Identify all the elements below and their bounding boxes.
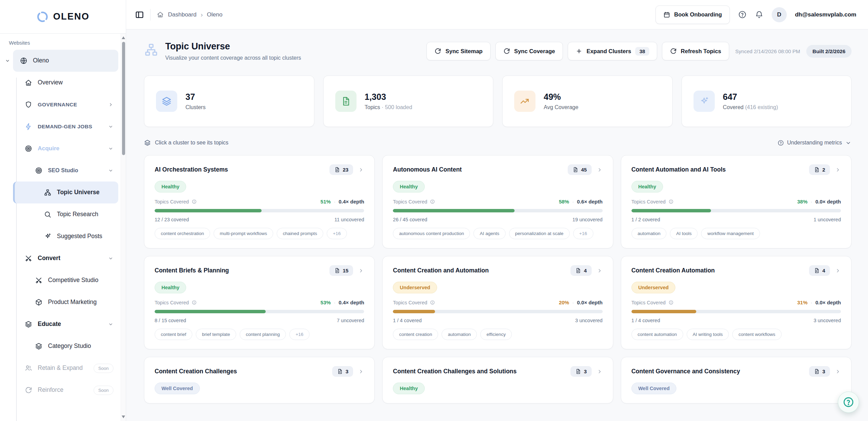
chevron-down-icon	[108, 146, 113, 151]
coverage-percent: 38%	[797, 199, 808, 204]
sidebar-item-overview[interactable]: Overview	[13, 72, 118, 94]
sidebar-item-governance[interactable]: GOVERNANCE	[13, 94, 118, 116]
cluster-card-content-governance-and-consistency[interactable]: Content Governance and Consistency3Well …	[621, 357, 852, 404]
chevron-right-icon[interactable]	[596, 268, 603, 274]
expand-clusters-button[interactable]: Expand Clusters 38	[568, 42, 657, 60]
topic-tag: brief template	[196, 329, 236, 340]
refresh-icon	[434, 48, 441, 55]
uncovered-count: 3 uncovered	[813, 318, 841, 323]
cluster-card-content-creation-challenges-and-solutions[interactable]: Content Creation Challenges and Solution…	[382, 357, 613, 404]
cluster-card-content-briefs-planning[interactable]: Content Briefs & Planning15HealthyTopics…	[144, 256, 375, 349]
user-email[interactable]: dh@salesmvplab.com	[795, 11, 856, 18]
sidebar-item-oleno[interactable]: Oleno	[13, 50, 118, 72]
sidebar-item-category-studio[interactable]: Category Studio	[13, 335, 118, 357]
cluster-card-content-creation-automation[interactable]: Content Creation Automation4UnderservedT…	[621, 256, 852, 349]
topic-tag: chained prompts	[277, 228, 323, 239]
topic-tag: workflow management	[701, 228, 760, 239]
plus-icon	[576, 48, 582, 55]
sidebar-item-competitive-studio[interactable]: Competitive Studio	[13, 269, 118, 291]
cluster-card-ai-orchestration-systems[interactable]: AI Orchestration Systems23HealthyTopics …	[144, 155, 375, 248]
cluster-card-content-automation-and-ai-tools[interactable]: Content Automation and AI Tools2HealthyT…	[621, 155, 852, 248]
chevron-right-icon[interactable]	[358, 268, 364, 274]
coverage-progress-fill	[393, 209, 515, 212]
layers-icon	[35, 342, 43, 350]
cluster-card-content-creation-and-automation[interactable]: Content Creation and Automation4Underser…	[382, 256, 613, 349]
chevron-down-icon	[845, 140, 852, 146]
sidebar-item-suggested-posts[interactable]: Suggested Posts	[13, 225, 118, 247]
sidebar-item-seo-studio[interactable]: SEO Studio	[13, 160, 118, 182]
cluster-title: Content Briefs & Planning	[155, 267, 325, 274]
topic-tag: +16	[289, 329, 310, 340]
sidebar-toggle-icon[interactable]	[135, 10, 144, 19]
help-icon[interactable]	[738, 10, 747, 19]
chevron-right-icon[interactable]	[835, 167, 841, 173]
sidebar-scrollbar[interactable]	[121, 34, 126, 421]
topic-tag: automation	[442, 329, 477, 340]
file-icon	[814, 167, 820, 173]
stat-card-avg-coverage: 49%Avg Coverage	[502, 75, 673, 127]
sidebar-item-label: GOVERNANCE	[38, 101, 103, 108]
topbar-right: Book Onboarding D dh@salesmvplab.com	[655, 5, 856, 24]
info-icon	[430, 199, 435, 204]
sidebar-item-reinforce[interactable]: ReinforceSoon	[13, 379, 118, 401]
search-icon	[44, 211, 51, 218]
sparkles-icon	[44, 233, 51, 240]
refresh-topics-button[interactable]: Refresh Topics	[662, 42, 729, 60]
tag-list: content briefbrief templatecontent plann…	[155, 329, 364, 340]
page-subtitle: Visualize your content coverage across a…	[165, 55, 301, 61]
sidebar-item-label: Topic Universe	[57, 189, 113, 196]
chevron-right-icon[interactable]	[358, 369, 364, 375]
breadcrumb-oleno[interactable]: Oleno	[207, 11, 222, 18]
sidebar-item-label: Educate	[38, 320, 103, 328]
sidebar-item-acquire[interactable]: Acquire	[13, 138, 118, 160]
topic-count: 3	[346, 369, 348, 374]
sidebar-item-topic-research[interactable]: Topic Research	[13, 203, 118, 225]
scroll-down-arrow-icon[interactable]	[122, 416, 125, 418]
avatar[interactable]: D	[772, 7, 787, 22]
help-fab[interactable]	[838, 391, 859, 413]
chevron-down-icon	[108, 321, 113, 327]
scrollbar-thumb[interactable]	[122, 42, 125, 155]
metric-label: Topics Covered	[631, 199, 666, 204]
topic-count-badge: 3	[570, 366, 591, 377]
depth-value: 0.0× depth	[577, 300, 603, 305]
home-icon	[25, 79, 32, 86]
stat-label: Topics	[365, 104, 380, 110]
chevron-right-icon[interactable]	[835, 369, 841, 375]
sidebar-item-label: Overview	[38, 79, 113, 86]
topic-tag: AI tools	[670, 228, 698, 239]
sidebar-item-label: Convert	[38, 255, 103, 262]
chevron-right-icon[interactable]	[358, 167, 364, 173]
chevron-right-icon[interactable]	[596, 369, 603, 375]
breadcrumb-dashboard[interactable]: Dashboard	[168, 11, 196, 18]
topic-count: 3	[584, 369, 587, 374]
sidebar-item-educate[interactable]: Educate	[13, 313, 118, 335]
scroll-up-arrow-icon[interactable]	[122, 36, 125, 39]
topic-count-badge: 2	[809, 164, 830, 175]
file-icon	[334, 268, 340, 273]
divider	[150, 9, 150, 21]
swords-icon	[35, 277, 43, 284]
sync-sitemap-button[interactable]: Sync Sitemap	[426, 42, 490, 60]
sidebar-item-product-marketing[interactable]: Product Marketing	[13, 291, 118, 313]
cluster-card-autonomous-ai-content[interactable]: Autonomous AI Content45HealthyTopics Cov…	[382, 155, 613, 248]
sidebar-item-convert[interactable]: Convert	[13, 247, 118, 269]
sync-coverage-button[interactable]: Sync Coverage	[495, 42, 563, 60]
cluster-card-content-creation-challenges[interactable]: Content Creation Challenges3Well Covered	[144, 357, 375, 404]
chevron-right-icon[interactable]	[835, 268, 841, 274]
synced-timestamp: Synced 2/14/2026 08:00 PM	[735, 48, 800, 54]
understanding-metrics-dropdown[interactable]: Understanding metrics	[777, 140, 852, 146]
status-badge: Healthy	[155, 282, 186, 293]
sidebar-item-retain-expand[interactable]: Retain & ExpandSoon	[13, 357, 118, 379]
bell-icon[interactable]	[755, 10, 763, 19]
book-onboarding-button[interactable]: Book Onboarding	[655, 5, 730, 24]
home-icon[interactable]	[157, 11, 164, 18]
sidebar-item-demand-gen-jobs[interactable]: DEMAND-GEN JOBS	[13, 116, 118, 138]
sidebar-item-topic-universe[interactable]: Topic Universe	[13, 182, 118, 203]
tag-list: automationAI toolsworkflow management	[631, 228, 841, 239]
depth-value: 0.6× depth	[577, 199, 603, 204]
chevron-right-icon[interactable]	[596, 167, 603, 173]
cluster-title: Content Creation and Automation	[393, 267, 566, 274]
hint-left: Click a cluster to see its topics	[144, 139, 228, 146]
info-icon	[430, 300, 435, 305]
